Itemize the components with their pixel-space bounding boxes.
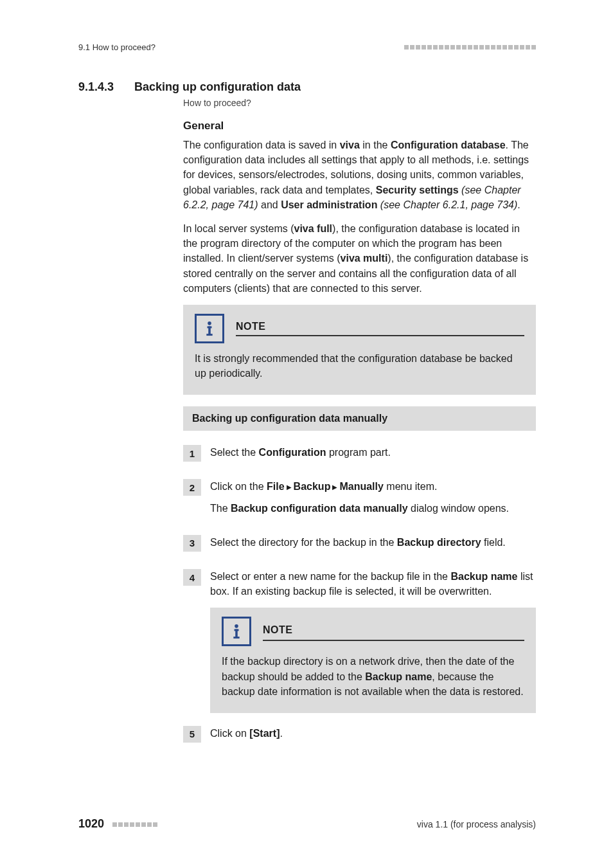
step-number: 1 [183,445,201,462]
svg-rect-6 [235,629,238,638]
section-number: 9.1.4.3 [78,80,114,94]
general-paragraph-1: The configuration data is saved in viva … [183,138,536,212]
svg-rect-7 [233,637,239,639]
svg-rect-2 [208,326,211,334]
note-title: NOTE [236,321,265,332]
step-number: 3 [183,535,201,552]
page-footer: 1020 viva 1.1 (for process analysis) [78,817,536,831]
section-title: Backing up configuration data [134,80,301,94]
triangle-icon: ▶ [330,484,339,491]
step-number: 4 [183,569,201,586]
note-text: It is strongly recommended that the conf… [195,351,524,381]
general-paragraph-2: In local server systems (viva full), the… [183,221,536,296]
page-number-group: 1020 [78,817,157,831]
step-3: 3 Select the directory for the backup in… [183,535,536,556]
procedure-heading: Backing up configuration data manually [183,406,536,431]
footer-right: viva 1.1 (for process analysis) [417,819,536,829]
note-box-2: NOTE If the backup directory is on a net… [210,608,536,713]
step-5: 5 Click on [Start]. [183,726,536,747]
breadcrumb: How to proceed? [183,98,536,108]
header-dots-icon [404,45,536,50]
step-number: 2 [183,479,201,496]
page-number: 1020 [78,817,104,830]
note-text: If the backup directory is on a network … [222,654,524,699]
footer-dots-icon [112,822,157,827]
header-text: 9.1 How to proceed? [78,42,155,52]
svg-rect-3 [206,334,212,336]
note-box-1: NOTE It is strongly recommended that the… [183,305,536,395]
step-4: 4 Select or enter a new name for the bac… [183,569,536,713]
section-heading: 9.1.4.3 Backing up configuration data [78,80,536,94]
step-number: 5 [183,726,201,743]
info-icon [222,617,251,646]
step-1: 1 Select the Configuration program part. [183,445,536,466]
svg-point-4 [235,624,238,628]
document-page: 9.1 How to proceed? 9.1.4.3 Backing up c… [0,0,613,868]
info-icon [195,314,224,343]
general-heading: General [183,120,536,132]
step-2: 2 Click on the File▶Backup▶Manually menu… [183,479,536,521]
running-header: 9.1 How to proceed? [78,42,536,52]
svg-point-0 [208,321,211,325]
note-title: NOTE [263,624,292,635]
triangle-icon: ▶ [285,484,294,491]
